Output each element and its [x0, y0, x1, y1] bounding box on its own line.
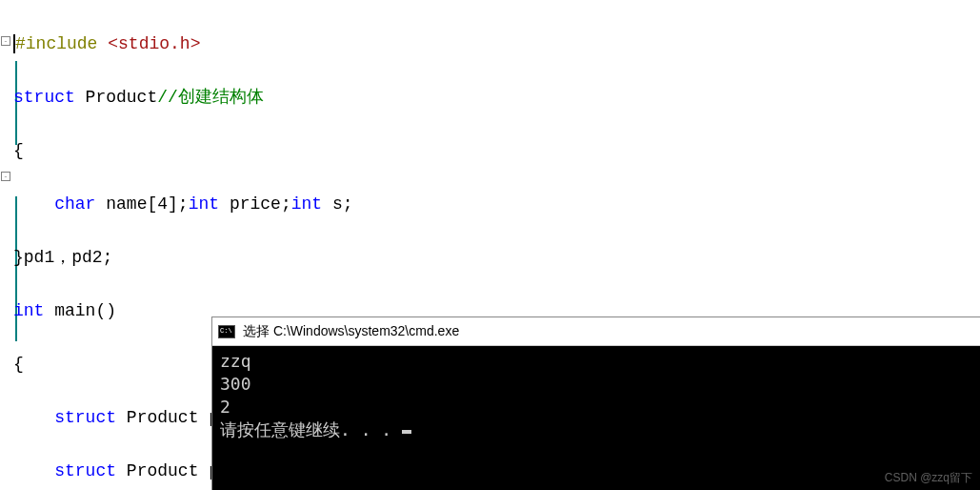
terminal-cursor	[402, 430, 411, 434]
cmd-icon	[218, 325, 235, 338]
terminal-line: zzq	[220, 351, 251, 371]
punct: ];	[168, 194, 189, 214]
identifier: s;	[322, 194, 352, 214]
terminal-prompt: 请按任意键继续. . .	[220, 419, 402, 439]
code-line[interactable]: struct Product//创建结构体	[13, 84, 980, 111]
indent	[13, 461, 54, 480]
type-int: int	[291, 194, 322, 214]
keyword-struct: struct	[54, 461, 116, 480]
identifier: name[	[95, 194, 157, 214]
code-line[interactable]: char name[4];int price;int s;	[13, 191, 980, 217]
keyword-struct: struct	[54, 408, 116, 427]
keyword-struct: struct	[13, 88, 75, 107]
code-line[interactable]: }pd1，pd2;	[13, 244, 980, 271]
terminal-line: 2	[220, 397, 230, 417]
terminal-titlebar[interactable]: 选择 C:\Windows\system32\cmd.exe	[212, 317, 980, 346]
brace-open: {	[13, 355, 24, 374]
identifier-main: main()	[44, 301, 116, 320]
include-path: <stdio.h>	[108, 34, 200, 53]
watermark: CSDN @zzq留下	[885, 470, 972, 486]
terminal-window[interactable]: 选择 C:\Windows\system32\cmd.exe zzq 300 2…	[211, 316, 980, 490]
terminal-output[interactable]: zzq 300 2 请按任意键继续. . .	[212, 346, 980, 445]
identifier: price;	[219, 194, 291, 214]
terminal-title: 选择 C:\Windows\system32\cmd.exe	[243, 323, 459, 340]
terminal-line: 300	[220, 374, 251, 394]
type-int: int	[13, 301, 44, 320]
number-literal: 4	[157, 194, 168, 214]
indent	[13, 408, 54, 427]
code-text	[97, 34, 108, 53]
identifier: Product	[75, 88, 157, 107]
code-line[interactable]: {	[13, 137, 980, 164]
code-line[interactable]: #include <stdio.h>	[13, 31, 980, 57]
comment: //创建结构体	[157, 88, 264, 107]
indent	[13, 194, 54, 214]
type-char: char	[54, 194, 95, 214]
brace-open: {	[13, 141, 24, 160]
type-int: int	[189, 194, 219, 214]
preprocessor-directive: #include	[15, 34, 97, 53]
brace-close: }pd1，pd2;	[13, 248, 112, 267]
